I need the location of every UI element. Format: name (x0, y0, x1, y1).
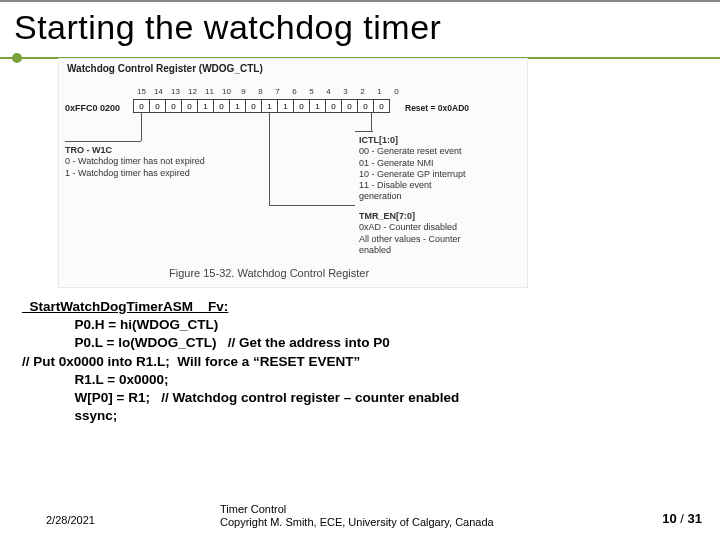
reg-cell: 0 (213, 99, 230, 113)
footer-mid-l2: Copyright M. Smith, ECE, University of C… (220, 516, 494, 528)
slide: Starting the watchdog timer Watchdog Con… (0, 0, 720, 540)
reg-cell: 0 (341, 99, 358, 113)
bit-num: 14 (150, 87, 167, 96)
diagram-heading: Watchdog Control Register (WDOG_CTL) (67, 63, 263, 74)
reg-cell: 1 (309, 99, 326, 113)
tmren-l3: enabled (359, 245, 391, 255)
bit-num: 2 (354, 87, 371, 96)
page-total: 31 (688, 511, 702, 526)
reg-cell: 0 (133, 99, 150, 113)
reg-cell: 0 (325, 99, 342, 113)
footer-page: 10 / 31 (662, 511, 702, 526)
code-line-event: RESET EVENT (260, 354, 354, 369)
reg-cell: 0 (245, 99, 262, 113)
connector-line (269, 113, 270, 205)
register-diagram: Watchdog Control Register (WDOG_CTL) 0xF… (58, 58, 528, 288)
ictl-title: ICTL[1:0] (359, 135, 398, 145)
diagram-address: 0xFFC0 0200 (65, 103, 120, 113)
code-line: P0.H = hi(WDOG_CTL) (22, 317, 218, 332)
footer-copyright: Timer Control Copyright M. Smith, ECE, U… (220, 503, 494, 531)
tmren-l1: 0xAD - Counter disabled (359, 222, 457, 232)
ictl-field: ICTL[1:0] 00 - Generate reset event 01 -… (359, 135, 465, 203)
tmren-field: TMR_EN[7:0] 0xAD - Counter disabled All … (359, 211, 461, 256)
footer-date: 2/28/2021 (46, 514, 95, 526)
tro-l2: 1 - Watchdog timer has expired (65, 168, 190, 178)
connector-line (269, 205, 355, 206)
bit-num: 8 (252, 87, 269, 96)
page-sep: / (677, 511, 688, 526)
reg-cell: 0 (165, 99, 182, 113)
ictl-l1: 00 - Generate reset event (359, 146, 462, 156)
page-current: 10 (662, 511, 676, 526)
reg-cell: 0 (373, 99, 390, 113)
reg-cell: 0 (181, 99, 198, 113)
rule-dot-icon (12, 53, 22, 63)
connector-line (371, 113, 372, 131)
bit-number-row: 15 14 13 12 11 10 9 8 7 6 5 4 3 2 1 0 (133, 87, 405, 96)
ictl-l5: generation (359, 191, 402, 201)
connector-line (141, 113, 142, 141)
bit-num: 7 (269, 87, 286, 96)
diagram-caption: Figure 15-32. Watchdog Control Register (169, 267, 369, 279)
code-line: P0.L = lo(WDOG_CTL) // Get the address i… (22, 335, 390, 350)
connector-line (355, 131, 373, 132)
bit-num: 4 (320, 87, 337, 96)
code-line: ssync; (22, 408, 117, 423)
bit-num: 15 (133, 87, 150, 96)
code-block: _StartWatchDogTimerASM__Fv: P0.H = hi(WD… (22, 298, 459, 426)
bit-num: 1 (371, 87, 388, 96)
tmren-title: TMR_EN[7:0] (359, 211, 415, 221)
reg-cell: 1 (261, 99, 278, 113)
reg-cell: 1 (229, 99, 246, 113)
ictl-l4: 11 - Disable event (359, 180, 432, 190)
tro-title: TRO - W1C (65, 145, 112, 155)
code-line: W[P0] = R1; // Watchdog control register… (22, 390, 459, 405)
slide-title: Starting the watchdog timer (0, 2, 720, 51)
tmren-l2: All other values - Counter (359, 234, 461, 244)
reg-cell: 0 (149, 99, 166, 113)
bit-num: 11 (201, 87, 218, 96)
code-label: _StartWatchDogTimerASM__Fv: (22, 299, 228, 314)
ictl-l2: 01 - Generate NMI (359, 158, 434, 168)
reg-cell: 1 (197, 99, 214, 113)
reg-cell: 0 (293, 99, 310, 113)
connector-line (65, 141, 141, 142)
bit-num: 10 (218, 87, 235, 96)
bit-num: 5 (303, 87, 320, 96)
bit-num: 13 (167, 87, 184, 96)
bit-num: 0 (388, 87, 405, 96)
reg-cell: 0 (357, 99, 374, 113)
tro-field: TRO - W1C 0 - Watchdog timer has not exp… (65, 145, 205, 179)
bit-num: 9 (235, 87, 252, 96)
reset-label: Reset = 0x0AD0 (405, 103, 469, 113)
tro-l1: 0 - Watchdog timer has not expired (65, 156, 205, 166)
reg-cell: 1 (277, 99, 294, 113)
bit-num: 3 (337, 87, 354, 96)
ictl-l3: 10 - Generate GP interrupt (359, 169, 465, 179)
bit-num: 12 (184, 87, 201, 96)
code-line: R1.L = 0x0000; (22, 372, 168, 387)
code-line: // Put 0x0000 into R1.L; Will force a (22, 354, 253, 369)
reset-value-row: 0 0 0 0 1 0 1 0 1 1 0 1 0 0 0 0 (133, 99, 390, 113)
footer-mid-l1: Timer Control (220, 503, 286, 515)
bit-num: 6 (286, 87, 303, 96)
